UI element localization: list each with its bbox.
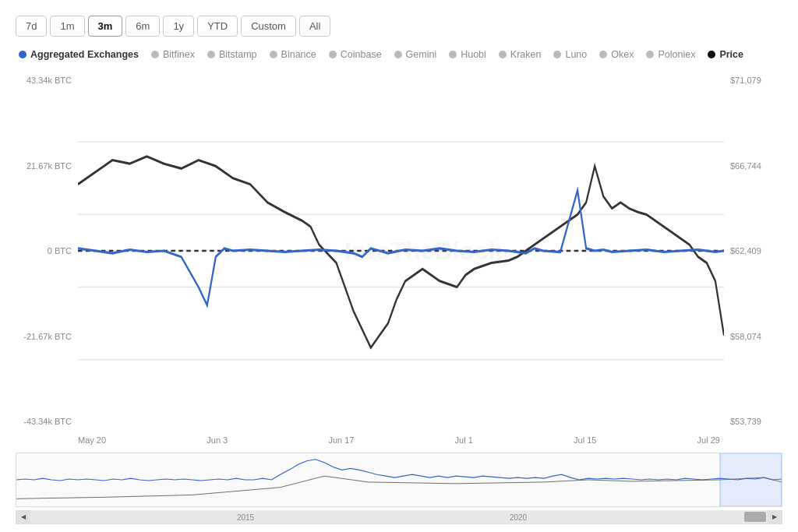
x-axis-label: Jun 17 [328, 435, 354, 445]
scrollbar-thumb[interactable] [744, 512, 766, 522]
legend-label-kraken: Kraken [510, 49, 542, 60]
legend-item-aggregated-exchanges[interactable]: Aggregated Exchanges [19, 49, 139, 60]
legend-label-okex: Okex [611, 49, 634, 60]
x-axis: May 20Jun 3Jun 17Jul 1Jul 15Jul 29 [16, 432, 782, 448]
scrollbar-track: 2015 2020 [30, 510, 768, 523]
chart-svg-container: IntoTheBlock [78, 69, 724, 432]
legend-dot-price [708, 51, 715, 58]
legend-label-luno: Luno [565, 49, 587, 60]
legend-item-price[interactable]: Price [708, 49, 743, 60]
legend-dot-bitfinex [151, 51, 159, 58]
time-btn-ytd[interactable]: YTD [197, 16, 238, 37]
legend-dot-binance [270, 51, 277, 58]
main-chart-area: 43.34k BTC21.67k BTC0 BTC-21.67k BTC-43.… [16, 69, 782, 432]
legend-label-price: Price [719, 49, 743, 60]
legend-label-binance: Binance [281, 49, 316, 60]
time-btn-7d[interactable]: 7d [16, 16, 47, 37]
legend-item-okex[interactable]: Okex [599, 49, 634, 60]
time-btn-1m[interactable]: 1m [50, 16, 84, 37]
y-axis-left-label: 43.34k BTC [16, 76, 72, 85]
svg-rect-8 [720, 453, 782, 506]
legend-label-poloniex: Poloniex [658, 49, 695, 60]
x-axis-label: Jul 29 [697, 435, 720, 445]
year-label-2015: 2015 [237, 513, 254, 521]
legend-dot-okex [599, 51, 607, 58]
scroll-left-button[interactable]: ◀ [16, 510, 30, 523]
legend-dot-coinbase [329, 51, 337, 58]
y-axis-left-label: -21.67k BTC [16, 332, 72, 341]
y-axis-right-label: $62,409 [730, 246, 782, 255]
legend-dot-gemini [394, 51, 402, 58]
x-axis-label: Jul 15 [574, 435, 596, 445]
legend-label-coinbase: Coinbase [341, 49, 382, 60]
chart-wrapper: 43.34k BTC21.67k BTC0 BTC-21.67k BTC-43.… [16, 69, 782, 524]
legend-label-bitstamp: Bitstamp [219, 49, 257, 60]
legend-label-aggregated-exchanges: Aggregated Exchanges [30, 49, 139, 60]
x-axis-label: May 20 [78, 435, 106, 445]
time-range-selector: 7d1m3m6m1yYTDCustomAll [16, 16, 782, 37]
x-axis-label: Jun 3 [207, 435, 228, 445]
y-axis-left-label: -43.34k BTC [16, 417, 72, 426]
legend-item-kraken[interactable]: Kraken [499, 49, 542, 60]
y-axis-left: 43.34k BTC21.67k BTC0 BTC-21.67k BTC-43.… [16, 69, 78, 432]
y-axis-right-label: $53,739 [730, 417, 782, 426]
y-axis-left-label: 0 BTC [16, 246, 72, 255]
legend-label-gemini: Gemini [406, 49, 437, 60]
legend-dot-bitstamp [207, 51, 215, 58]
y-axis-right-label: $66,744 [730, 161, 782, 171]
legend-dot-huobi [449, 51, 457, 58]
scrollbar: ◀ 2015 2020 ▶ [16, 510, 782, 524]
year-label-2020: 2020 [510, 513, 527, 521]
scroll-right-button[interactable]: ▶ [768, 510, 782, 523]
legend-item-bitstamp[interactable]: Bitstamp [207, 49, 257, 60]
y-axis-left-label: 21.67k BTC [16, 161, 72, 171]
main-container: 7d1m3m6m1yYTDCustomAll Aggregated Exchan… [0, 0, 798, 532]
legend-dot-kraken [499, 51, 507, 58]
overview-chart [16, 453, 782, 507]
chart-legend: Aggregated ExchangesBitfinexBitstampBina… [16, 49, 782, 60]
time-btn-all[interactable]: All [299, 16, 330, 37]
time-btn-3m[interactable]: 3m [88, 16, 123, 37]
legend-dot-aggregated-exchanges [19, 51, 26, 58]
legend-item-gemini[interactable]: Gemini [394, 49, 437, 60]
legend-label-bitfinex: Bitfinex [163, 49, 195, 60]
legend-dot-luno [553, 51, 561, 58]
y-axis-right-label: $58,074 [730, 332, 782, 341]
legend-dot-poloniex [646, 51, 654, 58]
legend-item-poloniex[interactable]: Poloniex [646, 49, 695, 60]
legend-item-binance[interactable]: Binance [270, 49, 316, 60]
y-axis-right-label: $71,079 [730, 76, 782, 85]
legend-label-huobi: Huobi [461, 49, 486, 60]
time-btn-6m[interactable]: 6m [125, 16, 160, 37]
legend-item-huobi[interactable]: Huobi [449, 49, 486, 60]
legend-item-luno[interactable]: Luno [553, 49, 587, 60]
time-btn-1y[interactable]: 1y [163, 16, 194, 37]
y-axis-right: $71,079$66,744$62,409$58,074$53,739 [724, 69, 782, 432]
time-btn-custom[interactable]: Custom [241, 16, 296, 37]
legend-item-coinbase[interactable]: Coinbase [329, 49, 382, 60]
x-axis-label: Jul 1 [455, 435, 473, 445]
legend-item-bitfinex[interactable]: Bitfinex [151, 49, 195, 60]
